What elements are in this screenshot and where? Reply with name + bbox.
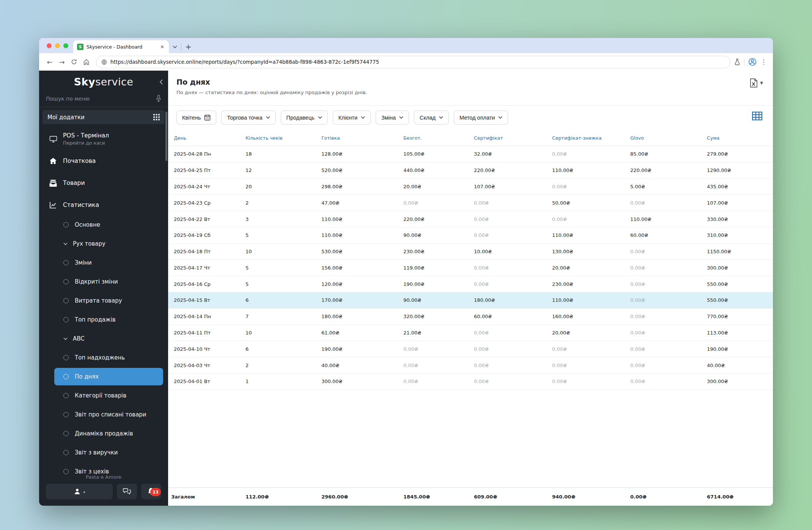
table-row[interactable]: 2025-04-11 Пт1061.00₴21.00₴0.00₴20.00₴0.…: [168, 325, 773, 341]
table-cell: 113.00₴: [704, 325, 773, 341]
url-text[interactable]: https://dashboard.skyservice.online/repo…: [110, 59, 379, 65]
caret-up-icon: ▴: [83, 490, 85, 494]
table-cell: 0.00₴: [627, 260, 704, 276]
site-info-icon[interactable]: [101, 59, 107, 65]
column-header-5[interactable]: Сертифікат-знижка: [549, 129, 627, 146]
subitem-label: ABC: [73, 335, 85, 342]
excel-caret-icon: ▼: [760, 81, 763, 85]
sidebar-subitem-goods-movement[interactable]: Рух товару: [54, 235, 163, 252]
notifications-button[interactable]: 13: [141, 484, 161, 499]
sidebar-subitem-top-receipts[interactable]: Топ надходжень: [54, 349, 163, 366]
export-excel-button[interactable]: ▼: [750, 78, 763, 88]
subitem-label: Категорії товарів: [75, 392, 126, 399]
table-row[interactable]: 2025-04-15 Вт6170.00₴90.00₴180.00₴110.00…: [168, 292, 773, 309]
filter-label: Склад: [420, 115, 436, 121]
menu-search[interactable]: Пошук по меню: [39, 93, 168, 107]
table-row[interactable]: 2025-04-28 Пн18128.00₴105.00₴32.00₴0.00₴…: [168, 146, 773, 162]
table-cell: 230.00₴: [400, 243, 471, 260]
browser-menu-icon[interactable]: ⋮: [760, 58, 767, 66]
sidebar-subitem-by-days[interactable]: По днях: [54, 368, 163, 385]
table-row[interactable]: 2025-04-18 Пт10530.00₴230.00₴10.00₴130.0…: [168, 243, 773, 260]
apps-grid-icon[interactable]: [153, 114, 160, 120]
table-row[interactable]: 2025-04-19 Сб5110.00₴90.00₴0.00₴110.00₴6…: [168, 227, 773, 243]
goods-icon: [49, 180, 57, 187]
filter-button-seller[interactable]: Продавець: [281, 110, 328, 125]
sidebar-subitem-main[interactable]: Основне: [54, 216, 163, 233]
subitem-label: Рух товару: [73, 240, 105, 247]
close-window-button[interactable]: [47, 43, 52, 48]
sidebar-item-home[interactable]: Початкова: [39, 150, 168, 172]
filter-label: Метод оплати: [460, 115, 495, 121]
maximize-window-button[interactable]: [63, 43, 68, 48]
table-row[interactable]: 2025-04-10 Чт6190.00₴0.00₴0.00₴0.00₴0.00…: [168, 341, 773, 357]
sidebar-subitem-goods-expense[interactable]: Витрата товару: [54, 292, 163, 309]
column-header-1[interactable]: Кількість чеків: [242, 129, 318, 146]
table-row[interactable]: 2025-04-16 Ср5120.00₴190.00₴0.00₴230.00₴…: [168, 276, 773, 292]
filter-button-month[interactable]: Квітень: [176, 110, 216, 125]
table-view-icon[interactable]: [752, 112, 762, 122]
minimize-window-button[interactable]: [55, 43, 60, 48]
sidebar-subitem-sales-dynamics[interactable]: Динаміка продажів: [54, 425, 163, 442]
pos-terminal-sublabel: Перейти до каси: [63, 140, 109, 146]
sidebar-subitem-top-sales[interactable]: Топ продажів: [54, 311, 163, 328]
table-cell: 10: [242, 243, 318, 260]
table-cell: 105.00₴: [400, 146, 471, 162]
chat-button[interactable]: [117, 484, 137, 499]
sidebar-subitem-written-off-report[interactable]: Звіт про списані товари: [54, 406, 163, 423]
column-header-2[interactable]: Готівка: [318, 129, 400, 146]
skyservice-logo[interactable]: Skyservice: [74, 76, 134, 88]
filter-button-warehouse[interactable]: Склад: [414, 110, 449, 125]
forward-button[interactable]: →: [56, 56, 68, 68]
sidebar-subitem-open-shifts[interactable]: Відкриті зміни: [54, 273, 163, 290]
column-header-3[interactable]: Безгот.: [400, 129, 471, 146]
my-apps-header[interactable]: Мої додатки: [42, 110, 165, 124]
address-bar[interactable]: https://dashboard.skyservice.online/repo…: [96, 56, 730, 68]
table-cell: 190.00₴: [318, 341, 400, 357]
sidebar-subitem-revenue-report[interactable]: Звіт з виручки: [54, 444, 163, 461]
experiments-flask-icon[interactable]: [734, 58, 740, 65]
table-row[interactable]: 2025-04-24 Чт20298.00₴20.00₴107.00₴0.00₴…: [168, 178, 773, 195]
table-row[interactable]: 2025-04-03 Чт240.00₴0.00₴0.00₴0.00₴0.00₴…: [168, 357, 773, 374]
sidebar-scrollbar[interactable]: [165, 112, 167, 161]
sidebar-item-statistics[interactable]: Статистика: [39, 194, 168, 216]
profile-avatar-icon[interactable]: [748, 58, 757, 66]
filter-label: Торгова точка: [227, 115, 262, 121]
table-cell: 0.00₴: [471, 357, 549, 374]
table-cell: 130.00₴: [549, 243, 627, 260]
table-row[interactable]: 2025-04-14 Пн7180.00₴320.00₴60.00₴160.00…: [168, 308, 773, 325]
table-header-row: ДеньКількість чеківГотівкаБезгот.Сертифі…: [168, 129, 773, 146]
sidebar-subitem-shifts[interactable]: Зміни: [54, 254, 163, 271]
tab-close-icon[interactable]: ✕: [159, 44, 165, 50]
column-header-4[interactable]: Сертифікат: [471, 129, 549, 146]
filter-button-outlet[interactable]: Торгова точка: [221, 110, 275, 125]
table-cell: 12: [242, 162, 318, 178]
browser-tab[interactable]: S Skyservice - Dashboard ✕: [73, 40, 169, 53]
sidebar-collapse-icon[interactable]: [159, 79, 163, 86]
back-button[interactable]: ←: [44, 56, 56, 68]
home-button[interactable]: [80, 56, 92, 68]
column-header-7[interactable]: Сума: [704, 129, 773, 146]
tab-separator: [181, 43, 181, 50]
sidebar-item-pos-terminal[interactable]: POS - Термінал Перейти до каси: [39, 128, 168, 150]
filter-button-clients[interactable]: Клієнти: [333, 110, 371, 125]
table-row[interactable]: 2025-04-01 Вт1300.00₴0.00₴0.00₴0.00₴0.00…: [168, 373, 773, 390]
table-cell: 5: [242, 276, 318, 292]
table-cell: 10: [242, 325, 318, 341]
sidebar-item-goods[interactable]: Товари: [39, 172, 168, 194]
tab-search-chevron-icon[interactable]: [173, 43, 177, 50]
reload-button[interactable]: [68, 56, 80, 68]
table-row[interactable]: 2025-04-22 Вт3110.00₴220.00₴0.00₴0.00₴11…: [168, 211, 773, 227]
table-row[interactable]: 2025-04-17 Чт5156.00₴119.00₴0.00₴20.00₴0…: [168, 260, 773, 276]
table-row[interactable]: 2025-04-23 Ср247.00₴0.00₴0.00₴50.00₴0.00…: [168, 195, 773, 211]
sidebar-subitem-abc[interactable]: ABC: [54, 330, 163, 347]
column-header-6[interactable]: Glovo: [627, 129, 704, 146]
account-button[interactable]: ▴: [46, 484, 113, 499]
microphone-icon[interactable]: [156, 95, 161, 102]
filter-button-payment-method[interactable]: Метод оплати: [454, 110, 508, 125]
table-cell: 5: [242, 227, 318, 243]
table-row[interactable]: 2025-04-25 Пт12520.00₴440.00₴220.00₴110.…: [168, 162, 773, 178]
column-header-0[interactable]: День: [168, 129, 242, 146]
new-tab-button[interactable]: +: [185, 42, 192, 51]
sidebar-subitem-goods-categories[interactable]: Категорії товарів: [54, 387, 163, 404]
filter-button-shift[interactable]: Зміна: [376, 110, 409, 125]
